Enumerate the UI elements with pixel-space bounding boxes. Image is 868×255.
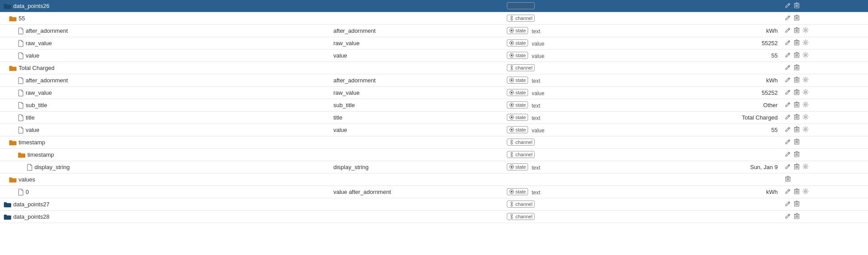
svg-point-21 [511, 30, 513, 31]
actions-cell[interactable] [781, 0, 868, 12]
delete-icon[interactable] [794, 163, 800, 171]
actions-cell[interactable] [781, 198, 868, 211]
delete-icon[interactable] [794, 27, 800, 35]
actions-cell[interactable] [781, 25, 868, 37]
edit-icon[interactable] [785, 151, 791, 158]
edit-icon[interactable] [785, 27, 791, 35]
state-badge: state [507, 163, 528, 170]
item-label: data_points26 [13, 3, 50, 9]
delete-icon[interactable] [794, 64, 800, 72]
svg-point-157 [511, 205, 513, 206]
svg-point-79 [805, 91, 806, 93]
settings-icon[interactable] [802, 101, 809, 109]
table-row: data_points27 channel [0, 198, 868, 211]
actions-cell[interactable] [781, 124, 868, 136]
name-label: values [9, 176, 326, 183]
settings-icon[interactable] [802, 188, 809, 196]
delete-icon[interactable] [794, 139, 800, 146]
edit-icon[interactable] [785, 2, 791, 10]
edit-icon[interactable] [785, 89, 791, 97]
subtype-label: text [532, 78, 540, 84]
subtype-label: text [532, 103, 540, 109]
delete-icon[interactable] [794, 52, 800, 59]
settings-icon[interactable] [802, 39, 809, 47]
settings-icon[interactable] [802, 114, 809, 121]
item-label: value [26, 52, 39, 59]
edit-icon[interactable] [785, 64, 791, 72]
actions-cell[interactable] [781, 186, 868, 198]
actions-cell[interactable] [781, 136, 868, 149]
settings-icon[interactable] [802, 77, 809, 84]
actions-cell[interactable] [781, 99, 868, 112]
actions-cell[interactable] [781, 112, 868, 124]
actions-container [785, 27, 864, 35]
delete-icon[interactable] [794, 151, 800, 158]
delete-icon[interactable] [794, 126, 800, 134]
delete-icon[interactable] [794, 89, 800, 97]
source-cell: value [330, 50, 503, 62]
edit-icon[interactable] [785, 201, 791, 208]
name-cell: timestamp [0, 136, 330, 149]
name-label: display_string [27, 164, 326, 171]
settings-icon[interactable] [802, 163, 809, 171]
name-cell: raw_value [0, 37, 330, 50]
value-cell: 55 [660, 124, 781, 136]
actions-cell[interactable] [781, 62, 868, 74]
actions-container [785, 163, 864, 171]
svg-point-69 [805, 79, 806, 81]
svg-point-156 [511, 202, 513, 204]
name-cell: sub_title [0, 99, 330, 112]
actions-cell[interactable] [781, 161, 868, 174]
delete-icon[interactable] [794, 2, 800, 10]
edit-icon[interactable] [785, 15, 791, 22]
edit-icon[interactable] [785, 101, 791, 109]
edit-icon[interactable] [785, 52, 791, 59]
svg-line-159 [788, 202, 789, 203]
settings-icon[interactable] [802, 89, 809, 97]
actions-cell[interactable] [781, 149, 868, 161]
table-body: data_points26 channel 55 channel [0, 0, 868, 223]
svg-point-10 [511, 16, 513, 18]
svg-point-99 [805, 116, 806, 118]
channel-badge: channel [507, 2, 535, 9]
actions-cell[interactable] [781, 87, 868, 99]
main-table-container: data_points26 channel 55 channel [0, 0, 868, 223]
edit-icon[interactable] [785, 163, 791, 171]
delete-icon[interactable] [794, 213, 800, 220]
delete-icon[interactable] [794, 39, 800, 47]
actions-cell[interactable] [781, 211, 868, 223]
source-cell [330, 62, 503, 74]
actions-cell[interactable] [781, 12, 868, 25]
actions-cell[interactable] [781, 50, 868, 62]
item-label: after_adornment [26, 27, 68, 34]
actions-container [785, 2, 864, 10]
settings-icon[interactable] [802, 126, 809, 134]
delete-icon[interactable] [794, 188, 800, 196]
delete-icon[interactable] [794, 77, 800, 84]
delete-icon[interactable] [794, 201, 800, 208]
edit-icon[interactable] [785, 139, 791, 146]
source-cell [330, 174, 503, 186]
actions-cell[interactable] [781, 174, 868, 186]
name-cell: 0 [0, 186, 330, 198]
svg-line-53 [788, 66, 789, 67]
edit-icon[interactable] [785, 39, 791, 47]
delete-icon[interactable] [794, 114, 800, 121]
type-cell: state text [503, 161, 660, 174]
settings-icon[interactable] [802, 27, 809, 35]
source-cell [330, 211, 503, 223]
settings-icon[interactable] [802, 52, 809, 59]
table-row: valuevalue state value55 [0, 124, 868, 136]
actions-cell[interactable] [781, 37, 868, 50]
delete-icon[interactable] [785, 176, 791, 183]
edit-icon[interactable] [785, 126, 791, 134]
edit-icon[interactable] [785, 213, 791, 220]
edit-icon[interactable] [785, 188, 791, 196]
edit-icon[interactable] [785, 114, 791, 121]
delete-icon[interactable] [794, 101, 800, 109]
table-row: 55 channel [0, 12, 868, 25]
edit-icon[interactable] [785, 77, 791, 84]
delete-icon[interactable] [794, 15, 800, 22]
actions-cell[interactable] [781, 74, 868, 87]
type-cell: state text [503, 74, 660, 87]
